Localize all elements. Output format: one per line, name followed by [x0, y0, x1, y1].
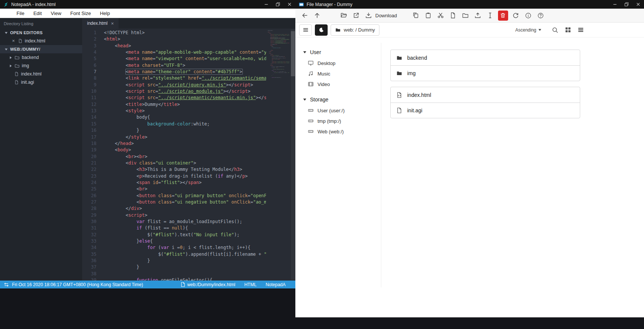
- sidebar-item-user-drive[interactable]: User (user:/): [303, 105, 378, 116]
- code-line: [268, 76, 289, 77]
- menu-font-size[interactable]: Font Size: [70, 11, 91, 16]
- sidebar-section-user[interactable]: User: [303, 47, 378, 58]
- close-button[interactable]: [284, 0, 295, 9]
- maximize-button[interactable]: [621, 0, 632, 9]
- breadcrumb[interactable]: web: / Dummy: [331, 24, 379, 36]
- file-row-index-html[interactable]: index.html: [391, 87, 580, 103]
- paste-button[interactable]: [422, 10, 435, 21]
- file-row-backend[interactable]: backend: [391, 50, 580, 65]
- back-button[interactable]: [298, 10, 311, 21]
- statusbar-datetime: Fri Oct 16 2020 18:06:17 GMT+0800 (Hong …: [12, 282, 143, 287]
- open-folder-button[interactable]: [337, 10, 350, 21]
- open-in-new-button[interactable]: [350, 10, 362, 21]
- menu-toggle-button[interactable]: [299, 24, 312, 36]
- code-line: </div>: [104, 205, 266, 212]
- tree-item-img[interactable]: img: [0, 62, 82, 70]
- refresh-button[interactable]: [510, 10, 522, 21]
- rename-button[interactable]: [484, 10, 497, 21]
- disk-icon: [308, 107, 314, 113]
- info-icon: [525, 12, 531, 19]
- code-line: <html>: [104, 36, 266, 42]
- caret-down-icon: [303, 50, 307, 54]
- scrollbar-thumb[interactable]: [291, 31, 295, 76]
- minimize-button[interactable]: [609, 0, 621, 9]
- folder-icon: [335, 27, 341, 33]
- menu-edit[interactable]: Edit: [33, 11, 42, 16]
- code-line: }: [104, 258, 266, 264]
- new-folder-button[interactable]: [459, 10, 472, 21]
- download-button[interactable]: [362, 10, 375, 21]
- file-row-img[interactable]: img: [391, 65, 580, 81]
- sidebar-item-tmp-drive[interactable]: tmp (tmp:/): [303, 116, 378, 126]
- menu-view[interactable]: View: [51, 11, 61, 16]
- music-icon: [308, 71, 314, 77]
- file-name: index.html: [407, 92, 431, 98]
- info-button[interactable]: [522, 10, 534, 21]
- tree-item-backend[interactable]: backend: [0, 53, 82, 62]
- list-view-button[interactable]: [578, 27, 584, 33]
- code-editor[interactable]: 1234567891011121314151617181920212223242…: [82, 29, 295, 281]
- line-number: 25: [82, 186, 96, 192]
- code-line: var flist = ao_module_loadInputFiles();: [104, 219, 266, 225]
- code-line: <script src="../script/semantic/semantic…: [104, 95, 266, 101]
- file-row-init-agi[interactable]: init.agi: [391, 103, 580, 118]
- download-label[interactable]: Download: [375, 13, 397, 18]
- upload-button[interactable]: [472, 10, 484, 21]
- file-group: index.html init.agi: [390, 87, 580, 118]
- close-button[interactable]: [632, 0, 644, 9]
- help-button[interactable]: [534, 10, 547, 21]
- theme-toggle-button[interactable]: [315, 24, 328, 36]
- line-number: 24: [82, 180, 96, 186]
- sidebar-section-storage[interactable]: Storage: [303, 94, 378, 105]
- tree-item-init-agi[interactable]: init.agi: [0, 78, 82, 86]
- new-file-button[interactable]: [447, 10, 459, 21]
- tab-index-html[interactable]: index.html ×: [82, 18, 119, 29]
- filemanager-window: File Manager - Dummy Download web: [295, 0, 644, 317]
- file-code-icon: [396, 92, 402, 98]
- open-editors-section[interactable]: OPEN EDITORS: [0, 29, 82, 37]
- code-line: <button class="ui primary button" onclic…: [268, 61, 289, 62]
- code-line: for (var i =0; i < flist.length; i++){: [104, 244, 266, 251]
- cut-button[interactable]: [435, 10, 447, 21]
- line-number: 13: [82, 108, 96, 114]
- workspace-root[interactable]: WEB:/DUMMY/: [0, 45, 82, 53]
- sidebar-item-desktop[interactable]: Desktop: [303, 58, 378, 68]
- line-number: 2: [82, 36, 96, 42]
- filemanager-titlebar[interactable]: File Manager - Dummy: [295, 0, 644, 9]
- statusbar-language[interactable]: HTML: [244, 282, 257, 287]
- sidebar-item-music[interactable]: Music: [303, 68, 378, 79]
- code-line: <script>: [104, 212, 266, 219]
- search-button[interactable]: [552, 27, 558, 33]
- code-line: <h3>This is a Dummy Testing Module</h3>: [104, 166, 266, 173]
- code-line: <meta name="viewport" content="user-scal…: [268, 35, 289, 36]
- tree-item-index-html[interactable]: index.html: [0, 70, 82, 78]
- sort-dropdown[interactable]: Ascending: [515, 27, 542, 33]
- delete-button[interactable]: [498, 11, 508, 21]
- editor-tabbar: index.html ×: [82, 18, 295, 29]
- restore-button[interactable]: [272, 0, 284, 9]
- statusbar-file[interactable]: web:/Dummy/index.html: [181, 282, 235, 287]
- line-number: 23: [82, 173, 96, 180]
- code-line: }: [268, 48, 289, 50]
- tab-close-icon[interactable]: ×: [111, 21, 114, 26]
- line-number: 3: [82, 43, 96, 49]
- close-editor-icon[interactable]: ×: [12, 39, 16, 43]
- file-icon: [14, 80, 19, 85]
- sync-icon[interactable]: [4, 282, 9, 287]
- up-button[interactable]: [311, 10, 323, 21]
- notepada-titlebar[interactable]: NotepadA - index.html: [0, 0, 295, 9]
- code-line: }: [268, 75, 289, 76]
- grid-view-button[interactable]: [565, 27, 571, 33]
- editor-scrollbar[interactable]: [291, 29, 295, 280]
- statusbar-appname: NotepadA: [266, 282, 286, 287]
- sidebar-item-web-drive[interactable]: Web (web:/): [303, 126, 378, 137]
- minimize-button[interactable]: [260, 0, 272, 9]
- code-line: background-color:white;: [104, 121, 266, 127]
- menu-file[interactable]: File: [17, 11, 24, 16]
- sidebar-item-video[interactable]: Video: [303, 79, 378, 89]
- open-editor-item[interactable]: × index.html: [0, 37, 82, 45]
- copy-button[interactable]: [410, 10, 422, 21]
- code-line: <body>: [268, 52, 289, 53]
- hamburger-icon: [302, 27, 309, 33]
- menu-help[interactable]: Help: [100, 11, 110, 16]
